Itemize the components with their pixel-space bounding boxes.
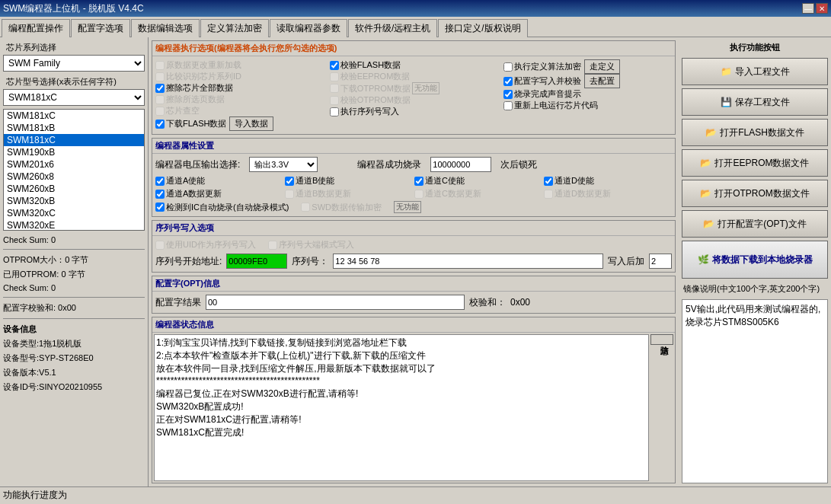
channel-c-enable-checkbox[interactable] xyxy=(414,177,423,186)
opt-erase-all-checkbox[interactable] xyxy=(155,84,165,93)
opt-reboot-checkbox[interactable] xyxy=(503,101,513,110)
opt-checksum-label: 校验和： xyxy=(469,296,506,309)
success-count-input[interactable]: 10000000 xyxy=(430,157,491,172)
tab-config-word[interactable]: 配置字选项 xyxy=(71,19,130,37)
chip-family-label: 芯片系列选择 xyxy=(3,40,145,55)
opt-config-verify-label: 配置字写入并校验 xyxy=(514,75,581,87)
minimize-button[interactable]: — xyxy=(802,3,814,14)
opt-compare-id-label: 比较识别芯片系列ID xyxy=(166,71,241,82)
channel-c-update-checkbox[interactable] xyxy=(414,190,423,199)
open-eeprom-button[interactable]: 📂 打开EEPROM数据文件 xyxy=(682,149,828,177)
opt-verify-flash-checkbox[interactable] xyxy=(330,61,339,70)
mirror-box[interactable]: 5V输出,此代码用来测试编程器的,烧录芯片STM8S005K6 xyxy=(682,299,828,483)
chip-family-select[interactable]: SWM Family xyxy=(3,55,145,72)
download-button[interactable]: 🌿 将数据下载到本地烧录器 xyxy=(682,241,828,279)
tab-define-algo[interactable]: 定义算法加密 xyxy=(200,19,269,37)
options-col2: 校验FLASH数据 校验EEPROM数据 下载OTPROM数据 无功能 xyxy=(330,59,498,131)
tab-program-config[interactable]: 编程配置操作 xyxy=(2,19,70,37)
channel-a-update-checkbox[interactable] xyxy=(155,190,165,199)
opt-result-label: 配置字结果 xyxy=(155,296,201,309)
chip-item-swm201x6[interactable]: SWM201x6 xyxy=(4,158,144,171)
chip-item-swm260x8[interactable]: SWM260x8 xyxy=(4,171,144,183)
auto-burn-row: 检测到IC自动烧录(自动烧录模式) SWD数据传输加密 无功能 xyxy=(155,201,672,213)
opt-verify-eeprom: 校验EEPROM数据 xyxy=(330,71,498,82)
opt-reload-label: 原数据更改重新加载 xyxy=(166,59,241,71)
opt-download-otprom-checkbox[interactable] xyxy=(330,84,339,93)
success-label: 编程器成功烧录 xyxy=(357,158,421,171)
opt-reload-checkbox[interactable] xyxy=(155,61,165,70)
channel-b-update: 通道B数据更新 xyxy=(285,188,413,199)
opt-verify-otprom-checkbox[interactable] xyxy=(330,96,339,105)
import-data-button[interactable]: 导入数据 xyxy=(229,116,273,131)
chip-item-swm190xb[interactable]: SWM190xB xyxy=(4,146,144,158)
chip-item-swm320xb[interactable]: SWM320xB xyxy=(4,195,144,207)
right-panel: 执行功能按钮 📁 导入工程文件 💾 保存工程文件 📂 打开FLASH数据文件 📂… xyxy=(679,37,831,486)
opt-blank-check-label: 芯片查空 xyxy=(166,105,200,116)
channel-d-update-checkbox[interactable] xyxy=(544,190,553,199)
open-otprom-button[interactable]: 📂 打开OTPROM数据文件 xyxy=(682,180,828,207)
device-version: 设备版本:V5.1 xyxy=(3,365,145,380)
chip-item-swm320xe[interactable]: SWM320xE xyxy=(4,219,144,231)
otprom-info: OTPROM大小：0 字节 已用OTPROM: 0 字节 Check Sum: … xyxy=(3,249,145,294)
import-project-label: 导入工程文件 xyxy=(735,65,790,78)
chip-list[interactable]: SWM181xC SWM181xB SWM181xC SWM190xB SWM2… xyxy=(3,109,145,231)
clear-log-button[interactable]: 清除信息 xyxy=(650,334,673,345)
chip-item-swm181xc-2[interactable]: SWM181xC xyxy=(4,134,144,146)
opt-verify-eeprom-checkbox[interactable] xyxy=(330,72,339,81)
voltage-select[interactable]: 输出3.3V xyxy=(249,157,318,172)
log-row: 1:到淘宝宝贝详情,找到下载链接,复制链接到浏览器地址栏下载2:点本本软件"检查… xyxy=(152,333,675,483)
channel-b-update-checkbox[interactable] xyxy=(285,190,294,199)
opt-reboot: 重新上电运行芯片代码 xyxy=(503,100,672,111)
tab-data-edit[interactable]: 数据编辑选项 xyxy=(131,19,200,37)
auto-burn-checkbox[interactable] xyxy=(155,203,165,212)
program-options-section: 编程器执行选项(编程器将会执行您所勾选的选项) 原数据更改重新加载 比较识别芯片… xyxy=(152,40,676,135)
chip-model-select[interactable]: SWM181xC xyxy=(3,89,145,106)
opt-config-verify-checkbox[interactable] xyxy=(503,77,513,86)
channel-a-enable-checkbox[interactable] xyxy=(155,177,165,186)
channel-update-row: 通道A数据更新 通道B数据更新 通道C数据更新 通道D数据更新 xyxy=(155,188,672,199)
open-flash-button[interactable]: 📂 打开FLASH数据文件 xyxy=(682,119,828,146)
channel-b-enable-checkbox[interactable] xyxy=(285,177,294,186)
opt-config-verify: 配置字写入并校验 去配置 xyxy=(503,74,672,88)
opt-result-input[interactable] xyxy=(206,295,465,310)
swd-encrypt-checkbox[interactable] xyxy=(301,203,310,212)
tab-upgrade[interactable]: 软件升级/远程主机 xyxy=(348,19,437,37)
opt-verify-eeprom-label: 校验EEPROM数据 xyxy=(340,71,411,82)
chip-item-swm260xb[interactable]: SWM260xB xyxy=(4,183,144,195)
chip-family-group: 芯片系列选择 SWM Family xyxy=(3,40,145,72)
opt-blank-check-checkbox[interactable] xyxy=(155,107,165,116)
menu-bar: 编程配置操作 配置字选项 数据编辑选项 定义算法加密 读取编程器参数 软件升级/… xyxy=(0,17,831,37)
start-addr-input[interactable] xyxy=(226,254,287,269)
opt-serial-write-checkbox[interactable] xyxy=(330,107,339,116)
define-button[interactable]: 走定义 xyxy=(584,59,620,74)
chip-item-swm320xc[interactable]: SWM320xC xyxy=(4,207,144,219)
otprom-size: OTPROM大小：0 字节 xyxy=(3,253,145,267)
close-button[interactable]: ✕ xyxy=(816,3,828,14)
opt-sound-checkbox[interactable] xyxy=(503,90,513,99)
chip-item-swm181xc-1[interactable]: SWM181xC xyxy=(4,110,144,122)
channel-d-enable-checkbox[interactable] xyxy=(544,177,553,186)
folder-eeprom-icon: 📂 xyxy=(700,158,711,168)
tab-interface[interactable]: 接口定义/版权说明 xyxy=(438,19,527,37)
serial-number-input[interactable] xyxy=(333,254,603,269)
opt-compare-id-checkbox[interactable] xyxy=(155,72,165,81)
tab-read-params[interactable]: 读取编程器参数 xyxy=(270,19,347,37)
save-project-label: 保存工程文件 xyxy=(735,96,790,109)
import-project-button[interactable]: 📁 导入工程文件 xyxy=(682,58,828,85)
opt-download-flash-checkbox[interactable] xyxy=(155,120,165,129)
save-project-button[interactable]: 💾 保存工程文件 xyxy=(682,88,828,116)
log-area[interactable]: 1:到淘宝宝贝详情,找到下载链接,复制链接到浏览器地址栏下载2:点本本软件"检查… xyxy=(154,334,649,481)
open-opt-button[interactable]: 📂 打开配置字(OPT)文件 xyxy=(682,210,828,238)
opt-erase-page-checkbox[interactable] xyxy=(155,95,165,104)
channel-a-update-label: 通道A数据更新 xyxy=(166,188,222,199)
opt-define-algo-checkbox[interactable] xyxy=(503,62,513,72)
uid-checkbox[interactable] xyxy=(155,241,165,250)
distribute-button[interactable]: 去配置 xyxy=(584,74,620,88)
folder-import-icon: 📁 xyxy=(721,66,732,77)
big-endian-checkbox[interactable] xyxy=(268,241,277,250)
after-write-input[interactable] xyxy=(649,254,672,269)
chip-item-swm181xb[interactable]: SWM181xB xyxy=(4,122,144,134)
uid-option: 使用UID作为序列号写入 xyxy=(155,239,256,250)
channel-b-update-label: 通道B数据更新 xyxy=(296,188,351,199)
left-panel: 芯片系列选择 SWM Family 芯片型号选择(x表示任何字符) SWM181… xyxy=(0,37,149,486)
